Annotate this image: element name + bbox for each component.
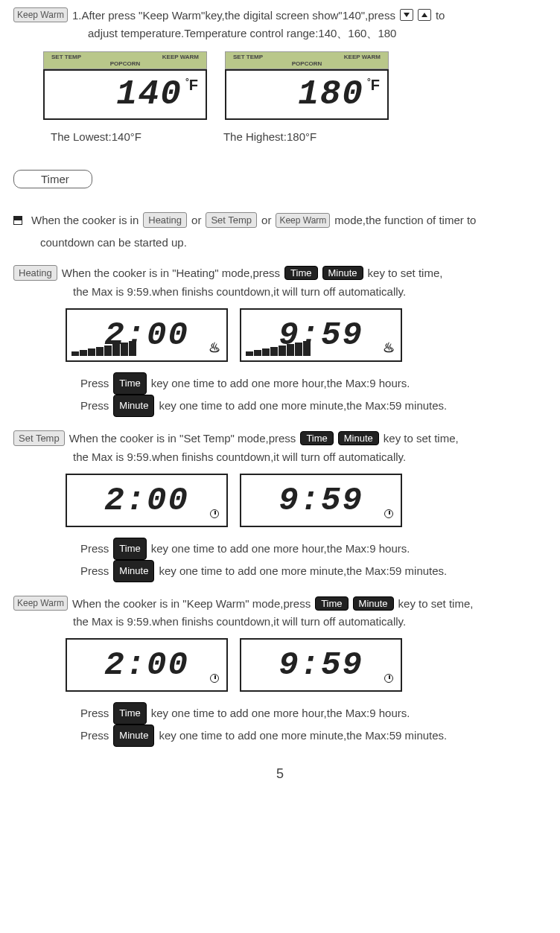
timer-intro-a: When the cooker is in (31, 211, 139, 230)
clock-icon (210, 674, 219, 683)
intro-line1b: to (436, 9, 445, 22)
timer-heading: Timer (13, 170, 92, 188)
heating-display-959: 9:59 ♨ (240, 308, 402, 362)
heating-button[interactable]: Heating (13, 265, 57, 281)
press-time-suffix: key one time to add one more hour,the Ma… (151, 702, 410, 725)
press-label: Press (80, 702, 109, 725)
clock-icon (384, 674, 393, 683)
disp-value: 9:59 (279, 646, 363, 684)
timer-intro-b: mode,the function of timer to (334, 211, 476, 230)
minute-button[interactable]: Minute (113, 395, 154, 417)
minute-button[interactable]: Minute (322, 266, 363, 280)
lcd-low: SET TEMP KEEP WARM POPCORN 140 F (43, 51, 207, 120)
timer-intro-c: countdown can be started up. (40, 233, 547, 252)
lcd-low-value: 140 (116, 75, 182, 114)
press-label: Press (80, 560, 109, 582)
lcd-keepwarm-label: KEEP WARM (162, 54, 199, 60)
timer-intro-or1: or (191, 211, 201, 230)
arrow-down-icon[interactable] (400, 9, 413, 21)
lcd-popcorn-label: POPCORN (225, 60, 389, 69)
time-button[interactable]: Time (284, 266, 317, 280)
svg-marker-1 (421, 13, 427, 17)
time-button[interactable]: Time (113, 538, 146, 560)
lcd-popcorn-label: POPCORN (43, 60, 207, 69)
disp-value: 9:59 (279, 482, 363, 519)
press-minute-suffix: key one time to add one more minute,the … (159, 395, 447, 417)
lcd-keepwarm-label: KEEP WARM (344, 54, 381, 60)
minute-button[interactable]: Minute (338, 431, 379, 445)
press-label: Press (80, 395, 109, 417)
keepwarm-button[interactable]: Keep Warm (276, 213, 330, 228)
keepwarm-line1a: When the cooker is in "Keep Warm" mode,p… (72, 597, 311, 610)
caption-highest: The Highest:180°F (223, 130, 316, 143)
heating-line1b: key to set time, (368, 267, 443, 279)
settemp-display-959: 9:59 (240, 474, 402, 527)
lcd-settemp-label: SET TEMP (51, 54, 81, 60)
settemp-button[interactable]: Set Temp (13, 430, 65, 446)
timer-intro-or2: or (261, 211, 271, 230)
flame-icon: ♨ (383, 340, 395, 356)
clock-icon (384, 509, 393, 518)
page-number: 5 (13, 766, 547, 782)
flame-icon: ♨ (209, 340, 220, 356)
disp-value: 2:00 (104, 646, 189, 684)
time-button[interactable]: Time (113, 702, 146, 725)
keepwarm-line2: the Max is 9:59.when finishs countdown,i… (73, 615, 547, 628)
disp-value: 2:00 (104, 482, 189, 519)
heating-line1a: When the cooker is in "Heating" mode,pre… (62, 267, 280, 279)
press-minute-suffix: key one time to add one more minute,the … (159, 560, 447, 582)
arrow-up-icon[interactable] (418, 9, 431, 21)
level-bars-icon (71, 341, 136, 356)
bullet-icon (13, 216, 22, 225)
time-button[interactable]: Time (113, 372, 146, 395)
heating-line2: the Max is 9:59.when finishs countdown,i… (73, 285, 547, 298)
lcd-high: SET TEMP KEEP WARM POPCORN 180 F (225, 51, 389, 120)
settemp-button[interactable]: Set Temp (206, 212, 257, 228)
settemp-line1b: key to set time, (384, 432, 459, 445)
clock-icon (210, 509, 219, 518)
keepwarm-display-200: 2:00 (66, 638, 228, 692)
keepwarm-display-959: 9:59 (240, 638, 402, 692)
caption-lowest: The Lowest:140°F (51, 130, 141, 143)
svg-marker-0 (404, 13, 410, 17)
keepwarm-button[interactable]: Keep Warm (13, 7, 68, 22)
press-time-suffix: key one time to add one more hour,the Ma… (151, 538, 410, 560)
minute-button[interactable]: Minute (353, 596, 394, 611)
heating-button[interactable]: Heating (143, 212, 187, 228)
press-minute-suffix: key one time to add one more minute,the … (159, 725, 447, 747)
settemp-line1a: When the cooker is in "Set Temp" mode,pr… (69, 432, 296, 445)
deg-f-icon: F (367, 77, 380, 94)
time-button[interactable]: Time (300, 431, 333, 445)
settemp-display-200: 2:00 (66, 474, 228, 527)
lcd-high-value: 180 (298, 75, 364, 114)
press-time-suffix: key one time to add one more hour,the Ma… (151, 372, 410, 395)
intro-line2: adjust temperature.Temperature control r… (88, 27, 547, 41)
press-label: Press (80, 372, 109, 395)
time-button[interactable]: Time (315, 596, 348, 611)
lcd-settemp-label: SET TEMP (233, 54, 263, 60)
press-label: Press (80, 538, 109, 560)
minute-button[interactable]: Minute (113, 725, 154, 747)
settemp-line2: the Max is 9:59.when finishs countdown,i… (73, 450, 547, 463)
press-label: Press (80, 725, 109, 747)
minute-button[interactable]: Minute (113, 560, 154, 582)
level-bars-icon (246, 341, 311, 356)
deg-f-icon: F (185, 77, 198, 94)
keepwarm-button[interactable]: Keep Warm (13, 596, 68, 611)
keepwarm-line1b: key to set time, (398, 597, 474, 610)
intro-line1a: 1.After press "Keep Warm"key,the digital… (72, 9, 395, 22)
heating-display-200: 2:00 ♨ (66, 308, 228, 362)
